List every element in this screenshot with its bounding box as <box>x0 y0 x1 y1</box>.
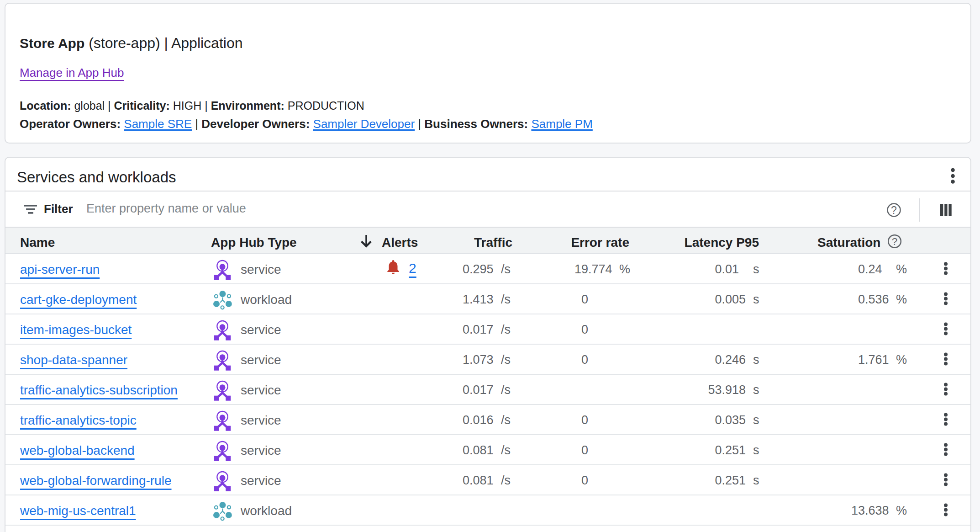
svg-text:?: ? <box>891 204 897 216</box>
svg-text:?: ? <box>892 236 898 247</box>
